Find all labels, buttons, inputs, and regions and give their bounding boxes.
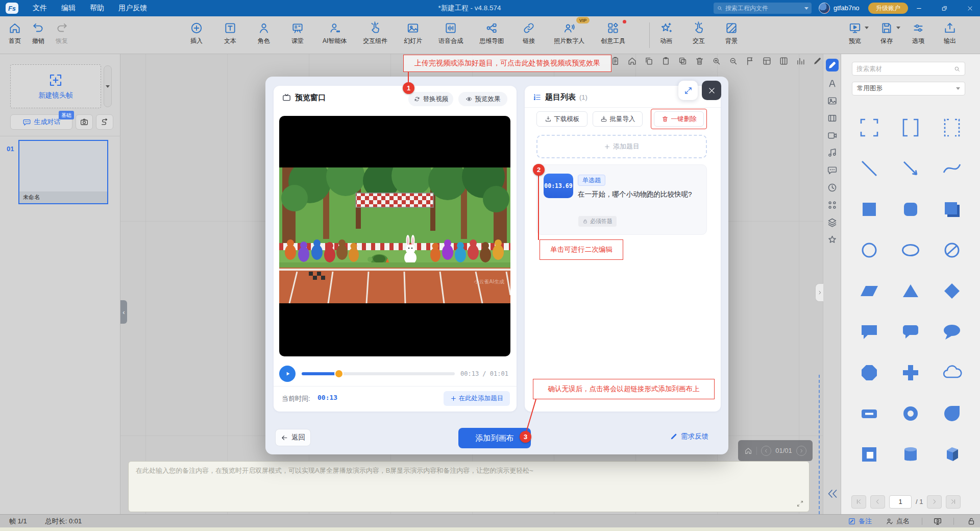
add-question-button[interactable]: 添加题目 xyxy=(536,135,707,158)
shape-item[interactable] xyxy=(890,230,931,271)
shape-item[interactable] xyxy=(848,434,890,475)
dropdown-caret-icon[interactable] xyxy=(896,27,900,29)
shape-item[interactable] xyxy=(848,230,890,271)
toolbar-button[interactable]: 恢复 xyxy=(50,19,74,45)
shape-search-input[interactable] xyxy=(856,65,953,73)
back-button[interactable]: 返回 xyxy=(275,429,311,446)
shape-item[interactable] xyxy=(890,434,931,475)
toolbar-button[interactable]: 撤销 xyxy=(27,19,50,45)
restore-button[interactable] xyxy=(934,0,954,16)
toolbar-button[interactable]: 首页 xyxy=(3,19,27,45)
minimize-button[interactable] xyxy=(909,0,929,16)
canvas-tool-icon[interactable] xyxy=(627,56,637,66)
shape-item[interactable] xyxy=(890,148,931,189)
canvas-tool-icon[interactable] xyxy=(728,56,738,66)
search-input[interactable] xyxy=(725,5,804,12)
toolbar-button[interactable]: 交互组件 xyxy=(360,19,390,45)
canvas-tool-icon[interactable] xyxy=(813,56,822,66)
shape-item[interactable] xyxy=(848,352,890,393)
last-page-button[interactable] xyxy=(946,495,961,509)
asset-category-icon[interactable] xyxy=(827,130,838,141)
dropdown-caret-icon[interactable] xyxy=(865,27,869,29)
shape-item[interactable] xyxy=(932,311,973,352)
shape-item[interactable] xyxy=(890,107,931,148)
toolbar-button[interactable]: 角色 xyxy=(252,19,276,45)
close-modal-button[interactable] xyxy=(702,81,721,100)
asset-category-icon[interactable] xyxy=(826,59,839,71)
asset-category-icon[interactable] xyxy=(827,165,838,176)
canvas-tool-icon[interactable] xyxy=(796,56,805,66)
shape-item[interactable] xyxy=(890,189,931,230)
canvas-tool-icon[interactable] xyxy=(745,56,755,66)
toolbar-button[interactable]: 插入 xyxy=(185,19,208,45)
shape-item[interactable] xyxy=(932,271,973,311)
asset-category-icon[interactable] xyxy=(827,217,838,228)
shape-item[interactable] xyxy=(932,352,973,393)
toolbar-button[interactable]: 保存 xyxy=(875,19,898,45)
canvas-tool-icon[interactable] xyxy=(712,56,721,66)
shape-item[interactable] xyxy=(848,148,890,189)
toolbar-button[interactable]: 链接 xyxy=(517,19,541,45)
first-page-button[interactable] xyxy=(851,495,866,509)
next-slide-button[interactable] xyxy=(796,446,806,456)
toolbar-button[interactable]: 文本 xyxy=(218,19,242,45)
page-number-input[interactable] xyxy=(889,495,912,509)
shape-item[interactable] xyxy=(932,393,973,434)
canvas-tool-icon[interactable] xyxy=(661,56,671,66)
progress-bar[interactable] xyxy=(302,372,455,375)
shape-item[interactable] xyxy=(848,271,890,311)
asset-category-icon[interactable] xyxy=(827,234,838,245)
menu-item[interactable]: 用户反馈 xyxy=(111,0,154,16)
preview-effect-button[interactable]: 预览效果 xyxy=(458,92,507,106)
prev-slide-button[interactable] xyxy=(761,446,771,456)
feedback-link[interactable]: 需求反馈 xyxy=(670,432,708,441)
asset-category-icon[interactable] xyxy=(827,148,838,158)
play-button[interactable] xyxy=(279,366,296,382)
path-route-button[interactable] xyxy=(96,114,113,130)
toolbar-button[interactable]: 背景 xyxy=(720,19,743,45)
shape-item[interactable] xyxy=(848,189,890,230)
shape-item[interactable] xyxy=(890,393,931,434)
batch-import-button[interactable]: 批量导入 xyxy=(593,111,643,127)
question-item-card[interactable]: 00:13.69 单选题 在一开始，哪个小动物跑的比较快呢? 必须答题 xyxy=(536,164,707,235)
toolbar-button[interactable]: VIP 照片数字人 xyxy=(551,19,587,45)
notes-toggle-button[interactable]: 备注 xyxy=(848,517,872,526)
canvas-tool-icon[interactable] xyxy=(610,56,620,66)
add-to-canvas-button[interactable]: 添加到画布 xyxy=(458,428,531,448)
download-template-button[interactable]: 下载模板 xyxy=(536,111,587,127)
canvas-tool-icon[interactable] xyxy=(779,56,789,66)
toolbar-button[interactable]: AI智能体 xyxy=(320,19,350,45)
toolbar-button[interactable]: 交互 xyxy=(687,19,710,45)
shape-item[interactable] xyxy=(890,311,931,352)
shape-item[interactable] xyxy=(932,189,973,230)
dual-screen-button[interactable] xyxy=(933,517,942,526)
asset-category-icon[interactable] xyxy=(827,78,838,89)
frame-thumbnail[interactable]: 未命名 xyxy=(18,140,108,204)
video-player[interactable]: 小云雀AI生成 xyxy=(279,116,510,356)
progress-handle[interactable] xyxy=(335,370,342,377)
avatar[interactable] xyxy=(819,3,830,14)
notes-input[interactable] xyxy=(129,462,809,501)
toolbar-button[interactable]: 幻灯片 xyxy=(401,19,425,45)
asset-category-icon[interactable] xyxy=(827,95,838,106)
shape-item[interactable] xyxy=(932,148,973,189)
menu-item[interactable]: 文件 xyxy=(26,0,54,16)
shape-category-select[interactable]: 常用图形 xyxy=(852,82,965,95)
collapse-panel-button[interactable] xyxy=(825,488,840,500)
shape-item[interactable] xyxy=(848,107,890,148)
toolbar-button[interactable]: 输出 xyxy=(938,19,962,45)
next-page-button[interactable] xyxy=(927,495,942,509)
panel-expand-handle[interactable] xyxy=(815,283,823,302)
generate-dialog-button[interactable]: 生成对话 基础 xyxy=(10,114,72,130)
project-search[interactable] xyxy=(714,3,812,14)
shape-item[interactable] xyxy=(848,311,890,352)
toolbar-button[interactable]: 预览 xyxy=(843,19,867,45)
rollcall-button[interactable]: 点名 xyxy=(886,517,910,526)
frame-options-dropdown[interactable] xyxy=(104,65,112,107)
toolbar-button[interactable]: 动画 xyxy=(654,19,678,45)
asset-category-icon[interactable] xyxy=(827,113,838,124)
canvas-tool-icon[interactable] xyxy=(762,56,772,66)
delete-all-button[interactable]: 一键删除 xyxy=(654,111,704,127)
notes-panel[interactable] xyxy=(128,461,810,512)
camera-button[interactable] xyxy=(76,114,93,130)
